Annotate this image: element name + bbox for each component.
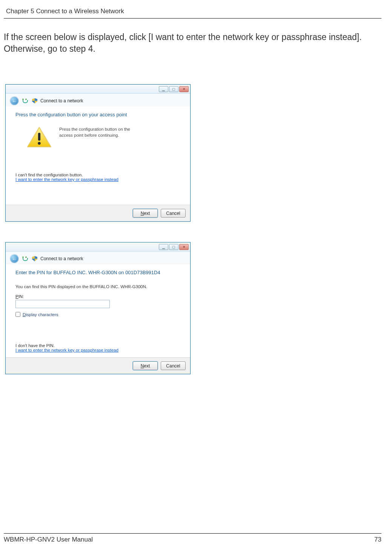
- titlebar: ▁ ▢ ✕: [6, 85, 190, 94]
- maximize-button[interactable]: ▢: [169, 86, 178, 92]
- dialog-body: Enter the PIN for BUFFALO INC. WHR-G300N…: [6, 264, 190, 357]
- page-header: Chapter 5 Connect to a Wireless Network: [4, 8, 381, 19]
- dialog-footer: Next Cancel: [6, 205, 190, 221]
- nav-row: ← Connect to a network: [6, 94, 190, 106]
- display-chars-checkbox[interactable]: [15, 312, 20, 317]
- svg-point-3: [38, 142, 40, 145]
- dialog-heading: Press the configuration button on your a…: [15, 112, 180, 117]
- dialog-heading: Enter the PIN for BUFFALO INC. WHR-G300N…: [15, 270, 180, 275]
- shield-icon: [32, 98, 37, 103]
- help-text: I can't find the configuration button.: [15, 173, 180, 177]
- pin-hint: You can find this PIN displayed on the B…: [15, 284, 180, 289]
- close-button[interactable]: ✕: [179, 244, 189, 250]
- back-button[interactable]: ←: [10, 255, 18, 263]
- intro-text: If the screen below is displayed, click …: [4, 31, 381, 55]
- cancel-button[interactable]: Cancel: [161, 361, 186, 370]
- help-block: I don't have the PIN. I want to enter th…: [15, 343, 180, 352]
- enter-key-link[interactable]: I want to enter the network key or passp…: [15, 177, 118, 182]
- footer-left: WBMR-HP-GNV2 User Manual: [4, 536, 93, 543]
- dialog-body: Press the configuration button on your a…: [6, 106, 190, 205]
- maximize-button[interactable]: ▢: [169, 244, 178, 250]
- dialog-footer: Next Cancel: [6, 357, 190, 374]
- nav-row: ← Connect to a network: [6, 252, 190, 264]
- minimize-button[interactable]: ▁: [159, 244, 168, 250]
- display-chars-row: Display characters: [15, 312, 180, 317]
- footer-right: 73: [374, 536, 381, 543]
- pin-input[interactable]: [15, 300, 110, 308]
- network-icon: [22, 98, 28, 104]
- dialog-title: Connect to a network: [40, 98, 83, 103]
- next-button[interactable]: Next: [133, 361, 158, 370]
- dialog-title: Connect to a network: [40, 256, 83, 261]
- help-block: I can't find the configuration button. I…: [15, 173, 180, 182]
- next-label: ext: [144, 363, 150, 369]
- enter-key-link[interactable]: I want to enter the network key or passp…: [15, 348, 118, 352]
- warning-text: Press the configuration button on the ac…: [59, 127, 142, 138]
- close-button[interactable]: ✕: [179, 86, 189, 92]
- display-chars-text: isplay characters: [26, 312, 58, 317]
- cancel-button[interactable]: Cancel: [161, 209, 186, 218]
- next-button[interactable]: Next: [133, 209, 158, 218]
- titlebar: ▁ ▢ ✕: [6, 242, 190, 252]
- shield-icon: [32, 256, 37, 261]
- network-icon: [22, 256, 28, 262]
- next-label: ext: [144, 211, 150, 216]
- minimize-button[interactable]: ▁: [159, 86, 168, 92]
- dialog-enter-pin: ▁ ▢ ✕ ← Connect to a network Enter the P…: [5, 242, 191, 374]
- arrow-left-icon: ←: [12, 256, 17, 262]
- warning-icon: [27, 127, 52, 148]
- dialog-config-button: ▁ ▢ ✕ ← Connect to a network Press the c…: [5, 84, 191, 222]
- pin-label: PIN:: [15, 294, 180, 299]
- warning-row: Press the configuration button on the ac…: [27, 127, 180, 148]
- svg-rect-2: [38, 133, 40, 141]
- help-text: I don't have the PIN.: [15, 343, 180, 348]
- arrow-left-icon: ←: [12, 98, 17, 104]
- page-footer: WBMR-HP-GNV2 User Manual 73: [4, 533, 381, 543]
- back-button[interactable]: ←: [10, 97, 18, 105]
- display-chars-label: Display characters: [23, 312, 58, 317]
